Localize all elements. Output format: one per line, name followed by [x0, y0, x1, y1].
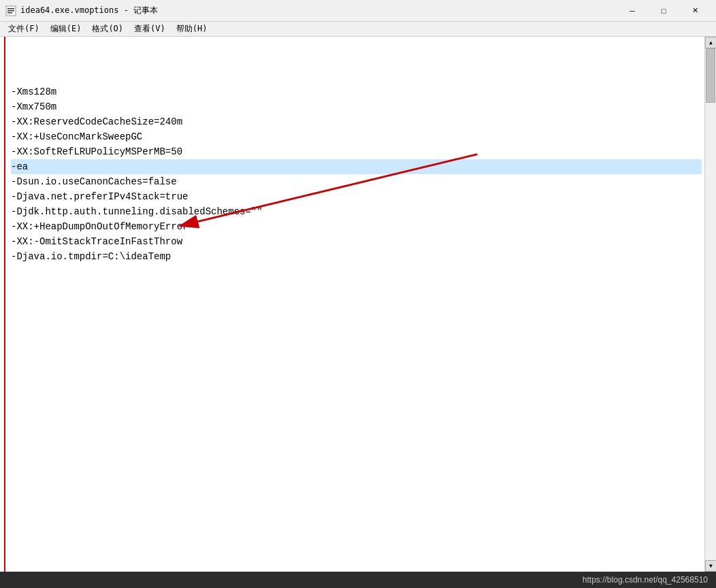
window-title: idea64.exe.vmoptions - 记事本 [20, 5, 617, 16]
text-line: -XX:-OmitStackTraceInFastThrow [11, 234, 702, 249]
menu-edit[interactable]: 编辑(E) [45, 22, 87, 36]
text-line: -Djava.net.preferIPv4Stack=true [11, 189, 702, 204]
svg-rect-2 [7, 10, 14, 12]
text-line: -Djava.io.tmpdir=C:\ideaTemp [11, 249, 702, 264]
svg-rect-1 [7, 8, 14, 10]
menu-bar: 文件(F) 编辑(E) 格式(O) 查看(V) 帮助(H) [0, 22, 716, 37]
menu-file[interactable]: 文件(F) [3, 22, 45, 36]
close-button[interactable]: ✕ [679, 0, 711, 22]
content-area: -Xms128m-Xmx750m-XX:ReservedCodeCacheSiz… [0, 37, 716, 572]
left-gutter [0, 37, 5, 572]
scroll-up-button[interactable]: ▲ [705, 37, 716, 48]
scroll-down-button[interactable]: ▼ [705, 560, 716, 572]
text-line: -ea [11, 159, 702, 174]
text-line: -XX:ReservedCodeCacheSize=240m [11, 114, 702, 129]
text-line: -Xms128m [11, 84, 702, 99]
window-controls: ─ □ ✕ [617, 0, 711, 22]
scroll-thumb[interactable] [706, 48, 715, 103]
text-line: -XX:SoftRefLRUPolicyMSPerMB=50 [11, 144, 702, 159]
svg-rect-3 [7, 12, 12, 14]
menu-format[interactable]: 格式(O) [86, 22, 129, 36]
text-editor[interactable]: -Xms128m-Xmx750m-XX:ReservedCodeCacheSiz… [5, 37, 704, 572]
restore-button[interactable]: □ [648, 0, 679, 22]
text-line: -Djdk.http.auth.tunneling.disabledScheme… [11, 204, 702, 219]
title-bar: idea64.exe.vmoptions - 记事本 ─ □ ✕ [0, 0, 716, 22]
app-icon [5, 5, 16, 16]
text-line: -XX:+HeapDumpOnOutOfMemoryError [11, 219, 702, 234]
status-bar: https://blog.csdn.net/qq_42568510 [0, 572, 716, 588]
menu-help[interactable]: 帮助(H) [171, 22, 213, 36]
text-line: -Xmx750m [11, 99, 702, 114]
vertical-scrollbar[interactable]: ▲ ▼ [704, 37, 716, 572]
minimize-button[interactable]: ─ [617, 0, 648, 22]
scroll-track[interactable] [705, 48, 716, 560]
text-line: -Dsun.io.useCanonCaches=false [11, 174, 702, 189]
menu-view[interactable]: 查看(V) [129, 22, 171, 36]
status-url: https://blog.csdn.net/qq_42568510 [583, 575, 708, 585]
text-line: -XX:+UseConcMarkSweepGC [11, 129, 702, 144]
